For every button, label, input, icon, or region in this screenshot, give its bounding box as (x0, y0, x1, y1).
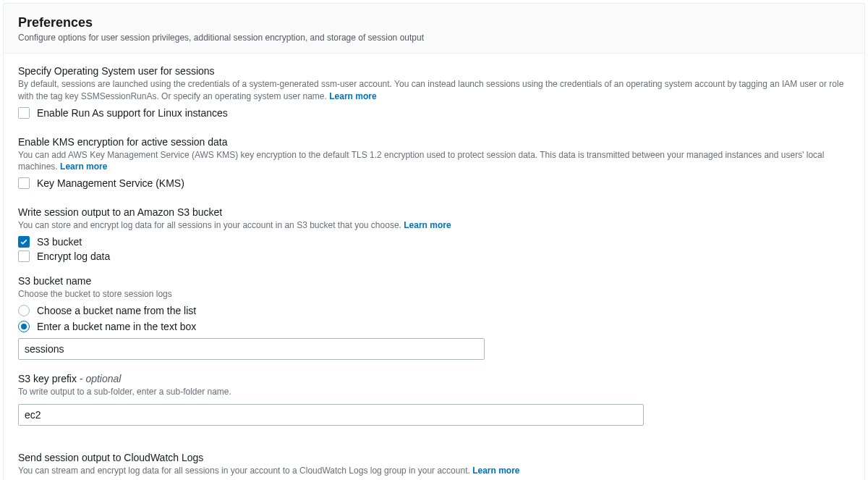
check-icon (20, 237, 28, 246)
panel-header: Preferences Configure options for user s… (4, 4, 864, 54)
checkbox-label: Enable Run As support for Linux instance… (37, 107, 228, 119)
input-key-prefix[interactable] (18, 404, 644, 426)
radio-label: Choose a bucket name from the list (37, 305, 196, 316)
page-title: Preferences (18, 15, 850, 30)
checkbox-encrypt-log[interactable] (18, 250, 30, 262)
option-row: Enter a bucket name in the text box (18, 321, 850, 332)
learn-more-link-cloudwatch[interactable]: Learn more (472, 466, 519, 476)
section-title: Write session output to an Amazon S3 buc… (18, 206, 850, 218)
radio-bucket-text[interactable] (18, 321, 30, 332)
option-row: Key Management Service (KMS) (18, 177, 850, 189)
checkbox-kms[interactable] (18, 177, 30, 189)
section-description: By default, sessions are launched using … (18, 78, 850, 103)
subsection-key-prefix: S3 key prefix - optional To write output… (18, 373, 850, 426)
panel-body: Specify Operating System user for sessio… (4, 54, 864, 480)
option-row: S3 bucket (18, 236, 850, 248)
field-title: S3 bucket name (18, 275, 850, 287)
section-description: You can add AWS Key Management Service (… (18, 149, 850, 174)
input-bucket-name[interactable] (18, 338, 485, 360)
page-subtitle: Configure options for user session privi… (18, 33, 850, 43)
section-title: Specify Operating System user for sessio… (18, 65, 850, 77)
learn-more-link-kms[interactable]: Learn more (60, 161, 107, 172)
section-cloudwatch: Send session output to CloudWatch Logs Y… (18, 452, 850, 480)
section-kms: Enable KMS encryption for active session… (18, 136, 850, 190)
subsection-bucket-name: S3 bucket name Choose the bucket to stor… (18, 275, 850, 360)
section-os-user: Specify Operating System user for sessio… (18, 65, 850, 119)
option-row: Choose a bucket name from the list (18, 305, 850, 316)
checkbox-runas[interactable] (18, 107, 30, 119)
section-s3: Write session output to an Amazon S3 buc… (18, 206, 850, 425)
section-title: Send session output to CloudWatch Logs (18, 452, 850, 463)
radio-label: Enter a bucket name in the text box (37, 321, 196, 332)
field-description: To write output to a sub-folder, enter a… (18, 386, 850, 398)
preferences-panel: Preferences Configure options for user s… (3, 3, 865, 480)
radio-bucket-from-list[interactable] (18, 305, 30, 316)
option-row: Encrypt log data (18, 250, 850, 262)
checkbox-label: S3 bucket (37, 236, 82, 248)
checkbox-s3-bucket[interactable] (18, 236, 30, 248)
section-description: You can stream and encrypt log data for … (18, 465, 850, 477)
learn-more-link-os-user[interactable]: Learn more (329, 91, 376, 101)
field-description: Choose the bucket to store session logs (18, 288, 850, 300)
section-description: You can store and encrypt log data for a… (18, 219, 850, 232)
checkbox-label: Key Management Service (KMS) (37, 177, 184, 189)
option-row: Enable Run As support for Linux instance… (18, 107, 850, 119)
learn-more-link-s3[interactable]: Learn more (404, 220, 451, 230)
section-title: Enable KMS encryption for active session… (18, 136, 850, 148)
checkbox-label: Encrypt log data (37, 250, 110, 262)
field-title: S3 key prefix - optional (18, 373, 850, 384)
